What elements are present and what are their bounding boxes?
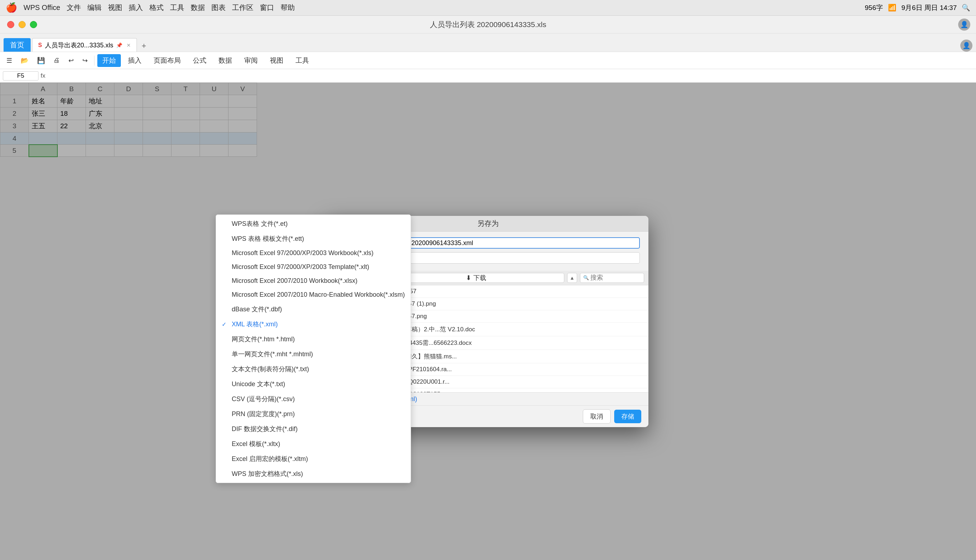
user-avatar: 👤 [958,18,970,31]
save-button[interactable]: 存储 [614,410,641,423]
open-btn[interactable]: 📂 [17,55,32,66]
tab-home[interactable]: 首页 [3,38,31,52]
format-option-prn[interactable]: PRN (固定宽度)(*.prn) [216,407,411,422]
undo-btn[interactable]: ↩ [65,55,77,66]
app-window: 人员导出列表 20200906143335.xls 👤 首页 S 人员导出表20… [0,16,976,560]
format-option-txt-tab[interactable]: 文本文件(制表符分隔)(*.txt) [216,362,411,377]
list-item[interactable]: 📁 __057 [384,285,648,298]
format-option-mht[interactable]: 单一网页文件(*.mht *.mhtml) [216,347,411,362]
format-option-label: DIF 数据交换文件(*.dif) [232,425,297,433]
format-option-ett[interactable]: WPS 表格 模板文件(*.ett) [216,231,411,246]
tab-add-button[interactable]: + [138,40,150,52]
close-button[interactable] [7,21,14,28]
cancel-button[interactable]: 取消 [583,409,611,423]
ribbon-tab-start[interactable]: 开始 [97,54,121,67]
ribbon-tab-view[interactable]: 视图 [265,54,288,67]
ribbon-tab-review[interactable]: 审阅 [239,54,263,67]
apple-menu[interactable]: 🍎 [6,2,17,13]
ribbon-tab-tools[interactable]: 工具 [291,54,314,67]
format-option-label: CSV (逗号分隔)(*.csv) [232,395,295,403]
format-option-et[interactable]: WPS表格 文件(*.et) [216,216,411,231]
save-btn-toolbar[interactable]: 💾 [33,55,48,66]
maximize-button[interactable] [30,21,37,28]
menu-edit[interactable]: 编辑 [87,3,102,12]
format-option-xltx[interactable]: Excel 模板(*.xltx) [216,437,411,452]
ribbon-tab-insert[interactable]: 插入 [123,54,147,67]
location-label: 下载 [473,273,486,282]
redo-btn[interactable]: ↪ [79,55,91,66]
format-option-html[interactable]: 网页文件(*.htm *.html) [216,332,411,347]
format-option-label: WPS表格 文件(*.et) [232,220,287,228]
formula-input[interactable] [47,72,973,80]
menu-window[interactable]: 窗口 [260,3,274,12]
print-btn[interactable]: 🖨 [50,55,64,65]
format-option-label: Excel 启用宏的模板(*.xltm) [232,455,308,463]
menu-chart[interactable]: 图表 [211,3,226,12]
app-name-menu[interactable]: WPS Office [23,3,60,12]
time-display: 9月6日 周日 14:37 [901,3,957,12]
format-option-label: PRN (固定宽度)(*.prn) [232,410,295,418]
location-btn[interactable]: ⬇ 下载 [388,273,564,283]
menu-tools[interactable]: 工具 [170,3,184,12]
menu-file[interactable]: 文件 [67,3,81,12]
menu-help[interactable]: 帮助 [281,3,295,12]
window-title: 人员导出列表 20200906143335.xls [430,20,546,30]
spreadsheet-area: A B C D S T U V 1 姓名 年龄 地址 [0,83,976,560]
list-item[interactable]: 🖼 __057.png [384,310,648,323]
format-option-xlsx[interactable]: Microsoft Excel 2007/2010 Workbook(*.xls… [216,274,411,288]
list-item[interactable]: 📘 《24435需...6566223.docx [384,336,648,350]
format-option-label: dBase 文件(*.dbf) [232,305,282,313]
formula-icon: fx [41,72,45,80]
dialog-filelist: 📁 __057 🖼 __057 (1).png 🖼 __057.png [384,285,648,392]
format-option-xls97[interactable]: Microsoft Excel 97/2000/XP/2003 Workbook… [216,246,411,260]
format-option-wps-xls[interactable]: WPS 加密文档格式(*.xls) [216,466,411,481]
format-option-dbf[interactable]: dBase 文件(*.dbf) [216,302,411,317]
check-icon: ✓ [222,321,229,328]
tab-file[interactable]: S 人员导出表20...3335.xls 📌 ✕ [32,38,137,52]
format-option-csv[interactable]: CSV (逗号分隔)(*.csv) [216,392,411,407]
cell-reference-input[interactable]: F5 [3,71,38,80]
wps-file-icon: S [38,42,42,48]
ribbon-tab-layout[interactable]: 页面布局 [149,54,186,67]
search-input[interactable] [590,274,641,282]
dialog-overlay: 另存为 存储为： 标签： ‹ › [0,83,976,560]
format-option-dif[interactable]: DIF 数据交换文件(*.dif) [216,422,411,437]
minimize-button[interactable] [18,21,26,28]
format-option-label: Microsoft Excel 2007/2010 Macro-Enabled … [232,291,405,298]
menu-workspace[interactable]: 工作区 [232,3,254,12]
format-option-xml[interactable]: ✓ XML 表格(*.xml) [216,317,411,332]
menu-insert[interactable]: 插入 [129,3,143,12]
format-option-xlt97[interactable]: Microsoft Excel 97/2000/XP/2003 Template… [216,260,411,274]
format-option-label: Unicode 文本(*.txt) [232,380,285,388]
tab-pin-icon: 📌 [116,42,122,48]
list-item[interactable]: 🖼 __057 (1).png [384,298,648,310]
list-item[interactable]: 📘 （草稿）2.中...范 V2.10.doc [384,323,648,336]
ribbon-tab-formula[interactable]: 公式 [188,54,211,67]
list-item[interactable]: 📄 1-1Q0220U001.r... [384,376,648,388]
formula-bar: F5 fx [0,69,976,83]
wifi-icon: 📶 [888,3,896,12]
tab-close-icon[interactable]: ✕ [127,42,131,48]
expand-btn[interactable]: ▲ [567,273,577,283]
format-option-xltm[interactable]: Excel 启用宏的模板(*.xltm) [216,452,411,466]
file-btn[interactable]: ☰ [3,55,16,66]
format-option-label: Microsoft Excel 2007/2010 Workbook(*.xls… [232,277,358,285]
menu-format[interactable]: 格式 [149,3,164,12]
format-option-unicode[interactable]: Unicode 文本(*.txt) [216,377,411,392]
list-item[interactable]: 📘 【初久】熊猫猫.ms... [384,350,648,363]
search-icon[interactable]: 🔍 [962,3,970,12]
format-option-label: Microsoft Excel 97/2000/XP/2003 Template… [232,263,369,271]
app-titlebar: 人员导出列表 20200906143335.xls 👤 [0,16,976,33]
location-icon: ⬇ [466,274,471,282]
menu-view[interactable]: 视图 [108,3,122,12]
format-option-label: WPS 表格 模板文件(*.ett) [232,234,304,243]
ribbon-tab-data[interactable]: 数据 [214,54,237,67]
format-option-xlsm[interactable]: Microsoft Excel 2007/2010 Macro-Enabled … [216,288,411,302]
user-avatar-right: 👤 [960,40,973,52]
list-item[interactable]: 📄 1-1PF2101604.ra... [384,363,648,376]
word-count: 956字 [865,3,883,12]
menu-data[interactable]: 数据 [191,3,205,12]
tab-bar: 首页 S 人员导出表20...3335.xls 📌 ✕ + 👤 [0,33,976,52]
format-dropdown-menu: WPS表格 文件(*.et) WPS 表格 模板文件(*.ett) Micros… [216,215,411,483]
list-item[interactable]: 📄 1-1Q2120T155.ra... [384,388,648,392]
